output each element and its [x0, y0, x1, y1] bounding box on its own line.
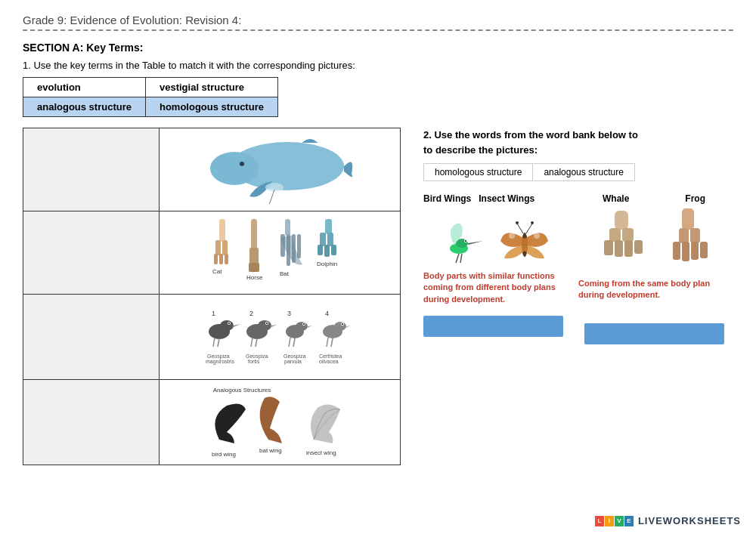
svg-point-2 — [240, 162, 244, 166]
svg-point-31 — [220, 320, 234, 331]
svg-text:3: 3 — [287, 310, 291, 317]
svg-rect-90 — [682, 208, 694, 230]
svg-line-52 — [289, 338, 290, 347]
svg-text:Certhidea: Certhidea — [319, 353, 342, 359]
svg-point-81 — [516, 221, 519, 224]
images-row-left — [430, 207, 557, 267]
svg-rect-84 — [609, 228, 621, 242]
section-a-title: SECTION A: Key Terms: — [23, 42, 733, 54]
svg-text:olivacea: olivacea — [319, 359, 339, 364]
pic-group-homologous: Whale Frog — [578, 193, 730, 344]
svg-text:bat wing: bat wing — [259, 447, 282, 454]
svg-line-62 — [331, 338, 333, 347]
key-term-evolution: evolution — [23, 78, 146, 97]
svg-rect-7 — [215, 240, 221, 255]
svg-rect-11 — [225, 254, 228, 264]
word-bank-homologous: homologous structure — [424, 164, 533, 181]
svg-point-42 — [266, 323, 268, 324]
logo-e: E — [624, 516, 634, 526]
svg-point-60 — [342, 323, 343, 325]
match-label-2 — [23, 211, 160, 295]
svg-point-58 — [334, 322, 346, 331]
svg-rect-28 — [331, 245, 336, 255]
svg-rect-23 — [325, 219, 332, 234]
key-terms-table: evolution vestigial structure analogous … — [23, 77, 278, 117]
svg-line-80 — [526, 224, 532, 233]
match-label-4 — [23, 380, 160, 465]
svg-rect-14 — [249, 248, 259, 264]
svg-rect-86 — [604, 240, 613, 255]
svg-text:1: 1 — [212, 310, 215, 317]
description-right: Coming from the same body plan during de… — [578, 278, 730, 317]
svg-point-1 — [210, 152, 259, 185]
images-row-right — [590, 207, 717, 275]
svg-rect-85 — [622, 228, 634, 242]
finches-svg: Geospiza magnirostris 1 — [200, 298, 359, 373]
svg-rect-8 — [222, 240, 228, 255]
svg-text:Cat: Cat — [212, 268, 222, 275]
svg-rect-87 — [615, 240, 623, 257]
word-bank-analogous: analogous structure — [533, 164, 634, 181]
svg-rect-96 — [700, 242, 708, 258]
svg-line-34 — [213, 338, 215, 347]
svg-point-51 — [303, 323, 305, 325]
svg-line-79 — [517, 224, 523, 233]
svg-line-5 — [268, 190, 274, 204]
svg-text:2: 2 — [249, 310, 253, 317]
footer-logo: L I V E — [595, 516, 634, 526]
description-left: Body parts with similar functions coming… — [423, 270, 563, 310]
right-section: 2. Use the words from the word bank belo… — [423, 128, 733, 344]
q2-text: 2. Use the words from the word bank belo… — [423, 128, 733, 157]
svg-rect-89 — [634, 240, 643, 254]
answer-box-left[interactable] — [423, 316, 563, 337]
svg-rect-91 — [679, 228, 689, 243]
whale-svg: leg bone — [204, 132, 355, 204]
svg-point-40 — [258, 320, 271, 331]
analogous-svg: Analogous Structures bird wing bat wing — [200, 383, 359, 458]
answer-box-right[interactable] — [584, 323, 724, 344]
svg-text:Dolphin: Dolphin — [317, 261, 337, 267]
footer-brand: LIVEWORKSHEETS — [638, 515, 741, 526]
svg-rect-88 — [624, 240, 633, 257]
svg-rect-10 — [219, 254, 223, 264]
svg-line-75 — [460, 254, 462, 263]
svg-rect-15 — [249, 263, 259, 272]
page-title: Grade 9: Evidence of Evolution: Revision… — [23, 14, 733, 26]
key-term-homologous: homologous structure — [145, 97, 277, 117]
svg-point-49 — [296, 322, 308, 331]
match-img-limbs: Cat Horse — [160, 211, 401, 295]
key-term-analogous: analogous structure — [23, 97, 146, 117]
svg-rect-94 — [682, 242, 689, 261]
word-bank: homologous structure analogous structure — [423, 163, 635, 181]
footer: L I V E LIVEWORKSHEETS — [595, 515, 741, 526]
pic-group-analogous: Bird Wings Insect Wings — [423, 193, 563, 337]
svg-point-33 — [228, 323, 230, 324]
svg-rect-6 — [219, 219, 225, 242]
pic-labels-right: Whale Frog — [578, 193, 730, 204]
svg-text:fortis: fortis — [248, 359, 260, 364]
svg-text:Analogous Structures: Analogous Structures — [213, 387, 271, 394]
match-img-whale: leg bone — [160, 128, 401, 211]
svg-text:parvula: parvula — [284, 359, 302, 365]
pictures-row: Bird Wings Insect Wings — [423, 193, 733, 344]
whale-limb-svg — [590, 207, 655, 275]
svg-text:Horse: Horse — [246, 274, 263, 281]
svg-rect-17 — [285, 219, 290, 236]
match-label-1 — [23, 128, 160, 211]
svg-text:magnirostris: magnirostris — [206, 359, 235, 365]
svg-rect-92 — [690, 228, 700, 243]
svg-rect-93 — [673, 242, 680, 260]
svg-point-73 — [465, 240, 466, 242]
svg-text:Bat: Bat — [280, 270, 290, 277]
q1-text: 1. Use the key terms in the Table to mat… — [23, 60, 733, 71]
svg-point-77 — [509, 233, 515, 239]
matching-table: leg bone — [23, 128, 401, 465]
svg-rect-24 — [320, 233, 326, 246]
match-img-finches: Geospiza magnirostris 1 — [160, 295, 401, 380]
svg-text:insect wing: insect wing — [306, 449, 336, 456]
logo-v: V — [615, 516, 624, 526]
svg-line-44 — [256, 338, 257, 347]
match-label-3 — [23, 295, 160, 380]
svg-text:4: 4 — [325, 310, 329, 317]
match-img-analogous: Analogous Structures bird wing bat wing — [160, 380, 401, 465]
